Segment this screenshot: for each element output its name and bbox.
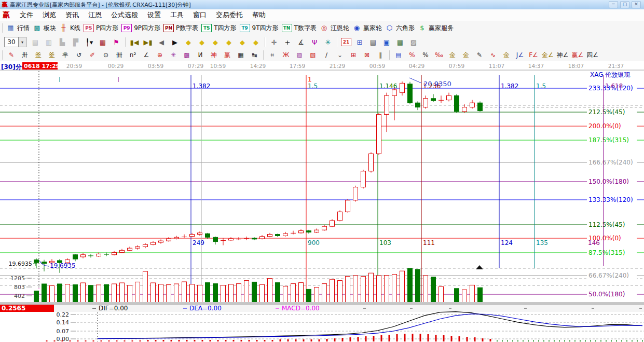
chevron-down-icon[interactable]: ▾ bbox=[18, 37, 26, 47]
draw-tool-25[interactable]: ∕ bbox=[320, 50, 333, 60]
toolbar-button-sectors[interactable]: ▩板块 bbox=[32, 23, 57, 34]
toolbar-button-nav-next[interactable]: ▶ bbox=[169, 37, 181, 48]
menu-item-6[interactable]: 设置 bbox=[143, 9, 166, 21]
draw-tool-19[interactable]: ↹ bbox=[248, 50, 261, 60]
draw-tool-16[interactable]: 神 bbox=[208, 50, 220, 60]
toolbar-button-p-square[interactable]: PSP四方形 bbox=[83, 23, 119, 34]
toolbar-button-chart3-disabled[interactable]: ▙ bbox=[56, 37, 68, 48]
draw-tool-39[interactable]: 金 bbox=[500, 50, 513, 60]
draw-tool-8[interactable]: ⊙ bbox=[100, 50, 112, 60]
menu-item-4[interactable]: 江恩 bbox=[84, 9, 106, 21]
toolbar-button-calendar[interactable]: 21 bbox=[340, 37, 352, 48]
toolbar-button-t-square[interactable]: TST四方形 bbox=[200, 23, 237, 34]
draw-tool-32[interactable]: % bbox=[406, 50, 418, 60]
draw-tool-15[interactable]: И bbox=[194, 50, 207, 60]
draw-tool-34[interactable]: ‰ bbox=[433, 50, 445, 60]
toolbar-button-note-disabled[interactable]: ▥ bbox=[43, 37, 55, 48]
chart-area[interactable]: 20:5900:2903:5907:2910:5914:2917:5921:29… bbox=[0, 61, 644, 342]
toolbar-button-calculator[interactable]: ⊞ bbox=[353, 37, 366, 48]
draw-tool-7[interactable]: ✐ bbox=[86, 50, 99, 60]
toolbar-button-nav-last[interactable]: ▶▮ bbox=[142, 37, 154, 48]
toolbar-button-net-pc2[interactable]: ▨ bbox=[407, 37, 420, 48]
toolbar-button-chart9-disabled[interactable]: ▛ bbox=[70, 37, 82, 48]
draw-tool-12[interactable]: ⊕ bbox=[154, 50, 166, 60]
toolbar-button-diamond-right[interactable]: ◆ bbox=[196, 37, 208, 48]
draw-tool-40[interactable]: J∠ bbox=[514, 50, 526, 60]
draw-tool-29[interactable]: ∥ bbox=[374, 50, 387, 60]
draw-tool-27[interactable]: ⊞ bbox=[347, 50, 360, 60]
draw-tool-38[interactable]: ∿ bbox=[487, 50, 499, 60]
draw-tool-13[interactable]: ✳ bbox=[167, 50, 180, 60]
draw-tool-18[interactable]: ▦ bbox=[235, 50, 247, 60]
toolbar-button-diamond-star[interactable]: ◆ bbox=[236, 37, 249, 48]
draw-tool-43[interactable]: 神∠ bbox=[556, 50, 570, 60]
toolbar-button-gann-wheel[interactable]: ◎江恩轮 bbox=[319, 23, 350, 34]
toolbar-button-flag-chart[interactable]: ⚑ bbox=[110, 37, 122, 48]
draw-tool-23[interactable]: ▨ bbox=[293, 50, 306, 60]
toolbar-button-kline[interactable]: ╫K线 bbox=[58, 23, 81, 34]
maximize-button[interactable]: ▢ bbox=[620, 1, 629, 8]
menu-item-2[interactable]: 浏览 bbox=[38, 9, 61, 21]
gann-candlestick-chart[interactable]: 20:5900:2903:5907:2910:5914:2917:5921:29… bbox=[0, 61, 644, 342]
menu-item-1[interactable]: 文件 bbox=[15, 9, 38, 21]
toolbar-button-web-tool[interactable]: ✳ bbox=[322, 37, 334, 48]
toolbar-button-nav-prev[interactable]: ◀ bbox=[155, 37, 168, 48]
draw-tool-14[interactable]: ▩ bbox=[181, 50, 193, 60]
close-button[interactable]: ✕ bbox=[632, 1, 641, 8]
draw-tool-26[interactable]: ⌄ bbox=[334, 50, 346, 60]
draw-tool-10[interactable]: n² bbox=[127, 50, 139, 60]
draw-tool-45[interactable]: 四∠ bbox=[585, 50, 599, 60]
menu-item-8[interactable]: 窗口 bbox=[188, 9, 211, 21]
draw-tool-2[interactable]: 卅 bbox=[19, 50, 31, 60]
toolbar-button-notes[interactable]: ▤ bbox=[367, 37, 379, 48]
draw-tool-42[interactable]: 金∠ bbox=[541, 50, 555, 60]
menu-item-5[interactable]: 公式选股 bbox=[106, 9, 143, 21]
toolbar-button-9t-square[interactable]: T99T四方形 bbox=[239, 23, 280, 34]
draw-tool-33[interactable]: % bbox=[419, 50, 432, 60]
draw-tool-37[interactable]: ✎ bbox=[473, 50, 486, 60]
toolbar-button-t-number[interactable]: TNT数字表 bbox=[281, 23, 318, 34]
minimize-button[interactable]: ─ bbox=[609, 1, 618, 8]
toolbar-button-red-matrix[interactable]: ▦ bbox=[97, 37, 109, 48]
draw-tool-4[interactable]: 釜 bbox=[46, 50, 58, 60]
draw-tool-24[interactable]: ▧ bbox=[307, 50, 319, 60]
toolbar-button-hexagon[interactable]: ⬡六角形 bbox=[384, 23, 416, 34]
toolbar-button-quotes[interactable]: ▦行情 bbox=[5, 23, 31, 34]
toolbar-button-candle-style[interactable]: ╿▾ bbox=[83, 37, 95, 48]
draw-tool-21[interactable]: ⌗ bbox=[266, 50, 279, 60]
toolbar-button-9p-square[interactable]: P99P四方形 bbox=[120, 23, 161, 34]
toolbar-button-crosshair-tool[interactable]: + bbox=[281, 37, 294, 48]
toolbar-button-diamond-left[interactable]: ◆ bbox=[182, 37, 195, 48]
toolbar-button-angle-tool[interactable]: ∡ bbox=[295, 37, 307, 48]
toolbar-button-winner-service[interactable]: $赢家服务 bbox=[417, 23, 455, 34]
menu-item-3[interactable]: 资讯 bbox=[61, 9, 84, 21]
toolbar-button-gann-purple-tool[interactable]: Ψ bbox=[308, 37, 321, 48]
draw-tool-6[interactable]: ↺ bbox=[73, 50, 85, 60]
toolbar-button-winner-wheel[interactable]: ◉赢家轮 bbox=[351, 23, 383, 34]
period-combo[interactable]: 30 ▾ bbox=[4, 37, 26, 47]
draw-tool-1[interactable]: ✎ bbox=[5, 50, 18, 60]
toolbar-button-pattern-disabled[interactable]: ▤ bbox=[29, 37, 42, 48]
draw-tool-41[interactable]: F∠ bbox=[527, 50, 540, 60]
draw-tool-3[interactable]: 釜 bbox=[32, 50, 45, 60]
toolbar-button-save[interactable]: ▣ bbox=[380, 37, 393, 48]
draw-tool-5[interactable]: 芈 bbox=[59, 50, 72, 60]
toolbar-button-diamond-plus[interactable]: ◆ bbox=[250, 37, 262, 48]
toolbar-button-nav-first[interactable]: ▮◀ bbox=[128, 37, 141, 48]
toolbar-button-hand-tool[interactable]: ✛ bbox=[268, 37, 280, 48]
toolbar-button-diamond-x[interactable]: ◆ bbox=[223, 37, 235, 48]
draw-tool-44[interactable]: 赢∠ bbox=[571, 50, 585, 60]
draw-tool-11[interactable]: ∠ bbox=[140, 50, 153, 60]
draw-tool-28[interactable]: ⊠ bbox=[361, 50, 373, 60]
draw-tool-17[interactable]: 赢 bbox=[221, 50, 234, 60]
menu-item-9[interactable]: 交易委托 bbox=[211, 9, 248, 21]
toolbar-button-p-number[interactable]: PNP数字表 bbox=[162, 23, 199, 34]
menu-item-10[interactable]: 帮助 bbox=[248, 9, 270, 21]
draw-tool-22[interactable]: Ж bbox=[280, 50, 292, 60]
draw-tool-35[interactable]: 金 bbox=[446, 50, 459, 60]
draw-tool-9[interactable]: 卌 bbox=[113, 50, 126, 60]
toolbar-button-net-pc1[interactable]: ▦ bbox=[394, 37, 406, 48]
draw-tool-31[interactable]: ▤ bbox=[392, 50, 405, 60]
toolbar-button-diamond-h[interactable]: ◆ bbox=[209, 37, 222, 48]
draw-tool-36[interactable]: 金 bbox=[460, 50, 472, 60]
